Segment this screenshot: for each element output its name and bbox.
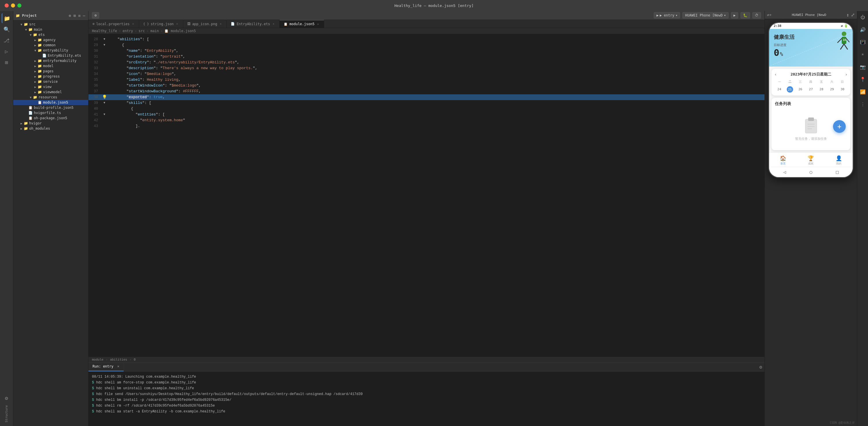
tree-item-oh-modules[interactable]: ▶ 📁 oh_modules <box>13 126 88 131</box>
tree-item-agency[interactable]: ▶ 📁 agency <box>13 37 88 42</box>
nav-home[interactable]: 🏠 首页 <box>769 155 797 166</box>
debug-button[interactable]: 🐛 <box>741 12 750 19</box>
phone-frame: 2:38 ⇄ 🔋 健康生活 目标进度 0 <box>768 22 854 178</box>
code-editor[interactable]: 28 ▼ "abilities": [ 29 ▼ { 30 "name": "E… <box>89 34 765 357</box>
activity-settings[interactable]: ⚙ <box>2 393 11 403</box>
calendar-prev-btn[interactable]: ‹ <box>774 72 777 77</box>
panel-settings-icon[interactable]: ⚙ <box>757 363 765 371</box>
cal-header-sat: 六 <box>827 79 837 85</box>
tab-close-entry[interactable]: × <box>272 22 275 26</box>
add-task-fab[interactable]: + <box>833 120 846 133</box>
right-brightness-icon[interactable]: ☀ <box>860 51 865 58</box>
phone-recents-btn[interactable]: □ <box>836 169 839 175</box>
cal-day-29[interactable]: 29 <box>827 86 837 93</box>
tree-item-src[interactable]: ▼ 📁 src <box>13 22 88 27</box>
maximize-button[interactable] <box>17 3 21 7</box>
nav-achievements[interactable]: 🏆 成就 <box>797 155 825 166</box>
tree-item-service[interactable]: ▶ 📁 service <box>13 79 88 84</box>
calendar-next-btn[interactable]: › <box>845 72 847 77</box>
activity-debug[interactable]: ▷ <box>2 46 11 56</box>
run-name: entry <box>103 364 113 368</box>
cal-day-25[interactable]: 25 <box>787 86 793 93</box>
editor-panel: ⚙ ▶ ▶ entry ▾ HUAWEI Phone [NewD ▾ ▶ 🐛 ⏱ <box>89 11 765 426</box>
log-line-7: $ hdc shell aa start -a EntryAbility -b … <box>92 409 761 415</box>
warning-bulb-icon[interactable]: 💡 <box>102 94 107 100</box>
tree-item-view[interactable]: ▶ 📁 view <box>13 84 88 89</box>
tree-item-main[interactable]: ▼ 📁 main <box>13 27 88 32</box>
tab-close-string[interactable]: × <box>176 22 179 26</box>
tree-item-ets[interactable]: ▼ 📁 ets <box>13 32 88 37</box>
tree-item-resources[interactable]: ▼ 📁 resources <box>13 95 88 100</box>
tree-item-entryability-file[interactable]: ▶ 📄 EntryAbility.ets <box>13 53 88 58</box>
right-power-icon[interactable]: ⏻ <box>859 13 866 21</box>
close-button[interactable] <box>5 3 9 7</box>
tree-item-viewmodel[interactable]: ▶ 📁 viewmodel <box>13 89 88 95</box>
new-folder-icon[interactable]: ⊞ <box>73 13 76 19</box>
tree-item-hvigorfile[interactable]: ▶ 📄 hvigorfile.ts <box>13 110 88 115</box>
log-line-1: 08/11 14:05:39: Launching com.example.he… <box>92 374 761 380</box>
run-tab-close[interactable]: × <box>117 364 119 368</box>
phone-home-btn[interactable]: ○ <box>810 169 812 175</box>
collapse-icon[interactable]: ≡ <box>78 13 81 19</box>
profile-button[interactable]: ⏱ <box>752 12 761 19</box>
tab-close-module[interactable]: × <box>316 22 320 26</box>
cal-day-24[interactable]: 24 <box>774 86 784 93</box>
tree-item-entryability[interactable]: ▼ 📁 entryability <box>13 48 88 53</box>
tab-module-json5[interactable]: 📋 module.json5 × <box>280 20 324 28</box>
fold-39[interactable]: ▼ <box>103 100 105 106</box>
run-config-selector[interactable]: ▶ ▶ entry ▾ <box>654 12 680 19</box>
tree-item-model[interactable]: ▶ 📁 model <box>13 63 88 68</box>
right-more-icon[interactable]: ⋮ <box>859 101 866 108</box>
tab-close-local[interactable]: × <box>131 22 135 26</box>
right-vibrate-icon[interactable]: 📳 <box>859 38 867 46</box>
tab-entry-ability-label: EntryAbility.ets <box>237 22 270 26</box>
phone-expand-icon[interactable]: ⤢ <box>851 12 855 18</box>
cal-day-28[interactable]: 28 <box>816 86 826 93</box>
nav-profile[interactable]: 👤 我的 <box>825 155 853 166</box>
tree-item-hvigor[interactable]: ▶ 📁 hvigor <box>13 121 88 126</box>
phone-rotate-icon[interactable]: ↕ <box>846 12 849 18</box>
code-line-28: 28 ▼ "abilities": [ <box>89 36 765 42</box>
tree-item-entryformability[interactable]: ▶ 📁 entryformability <box>13 58 88 63</box>
tab-entry-ability[interactable]: 📄 EntryAbility.ets × <box>227 20 280 28</box>
cal-day-27[interactable]: 27 <box>806 86 816 93</box>
top-toolbar: ⚙ ▶ ▶ entry ▾ HUAWEI Phone [NewD ▾ ▶ 🐛 ⏱ <box>89 11 765 20</box>
more-icon[interactable]: ⋯ <box>83 13 86 19</box>
cal-header-fri: 五 <box>816 79 827 85</box>
device-selector[interactable]: HUAWEI Phone [NewD ▾ <box>682 12 728 19</box>
tree-item-module-json5[interactable]: ▶ 📋 module.json5 <box>13 100 88 105</box>
cal-day-26[interactable]: 26 <box>796 86 805 93</box>
new-file-icon[interactable]: ⊕ <box>68 13 71 19</box>
activity-search[interactable]: 🔍 <box>2 24 11 34</box>
activity-git[interactable]: ⎇ <box>2 35 11 45</box>
tree-item-oh-package[interactable]: ▶ 📋 oh-package.json5 <box>13 115 88 121</box>
tab-string-json[interactable]: { } string.json × <box>139 20 183 28</box>
tree-item-pages[interactable]: ▶ 📁 pages <box>13 68 88 74</box>
activity-extensions[interactable]: ⊞ <box>2 57 11 67</box>
right-wifi-icon[interactable]: 📶 <box>859 88 867 96</box>
run-log-content: 08/11 14:05:39: Launching com.example.he… <box>89 372 765 426</box>
fold-41[interactable]: ▼ <box>103 112 105 117</box>
tab-close-app-icon[interactable]: × <box>219 22 222 26</box>
tree-item-build-profile[interactable]: ▶ 📋 build-profile.json5 <box>13 105 88 110</box>
tab-app-icon[interactable]: 🖼 app_icon.png × <box>183 20 227 28</box>
minimize-button[interactable] <box>11 3 15 7</box>
fold-29[interactable]: ▼ <box>103 42 105 48</box>
activity-bar: 📁 🔍 ⎇ ▷ ⊞ ⚙ Structure <box>0 11 13 426</box>
cal-day-30[interactable]: 30 <box>838 86 847 93</box>
settings-button[interactable]: ⚙ <box>92 12 99 19</box>
right-volume-icon[interactable]: 🔊 <box>859 26 867 34</box>
log-line-3: $ hdc shell bm uninstall com.example.hea… <box>92 386 761 391</box>
run-panel-tab[interactable]: Run: entry × <box>89 363 124 371</box>
tree-item-progress[interactable]: ▶ 📁 progress <box>13 74 88 79</box>
tab-local-properties[interactable]: ⚙ local.properties × <box>89 20 139 28</box>
activity-explorer[interactable]: 📁 <box>2 13 11 23</box>
phone-toolbar-actions: ↕ ⤢ <box>846 12 855 18</box>
phone-back-btn[interactable]: ◁ <box>783 169 786 175</box>
fold-28[interactable]: ▼ <box>103 36 105 42</box>
tree-item-common[interactable]: ▶ 📁 common <box>13 42 88 48</box>
run-button[interactable]: ▶ <box>731 12 738 19</box>
task-title: 任务列表 <box>775 101 847 107</box>
right-location-icon[interactable]: 📍 <box>859 76 867 83</box>
right-camera-icon[interactable]: 📷 <box>859 63 867 71</box>
